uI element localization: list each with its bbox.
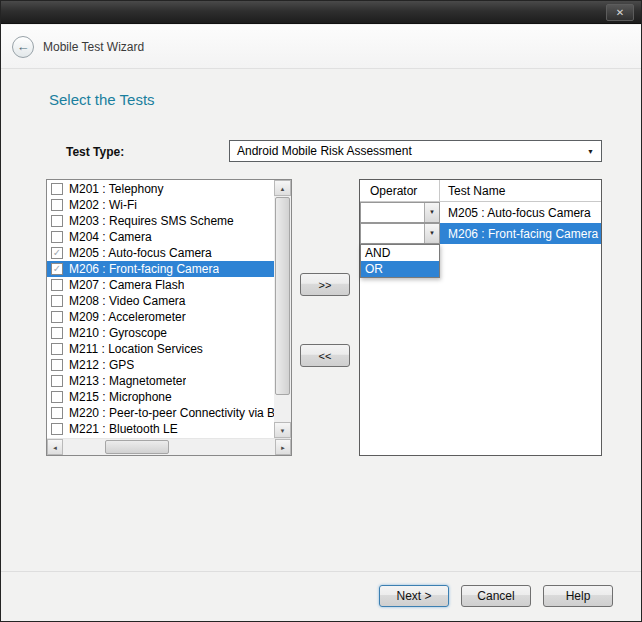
scroll-left-icon[interactable]: ◄ — [47, 439, 63, 455]
available-test-item[interactable]: M204 : Camera — [47, 229, 274, 245]
table-header: Operator Test Name — [360, 180, 601, 202]
available-test-item[interactable]: M207 : Camera Flash — [47, 277, 274, 293]
wizard-header: ← Mobile Test Wizard — [1, 25, 641, 69]
available-test-item[interactable]: M211 : Location Services — [47, 341, 274, 357]
chevron-down-icon[interactable]: ▼ — [424, 203, 439, 222]
operator-option[interactable]: OR — [361, 261, 439, 277]
available-tests-listbox: M201 : TelephonyM202 : Wi-FiM203 : Requi… — [46, 179, 292, 456]
test-item-label: M213 : Magnetometer — [69, 373, 186, 389]
selected-test-name: M206 : Front-facing Camera — [440, 223, 601, 244]
selected-test-name: M205 : Auto-focus Camera — [440, 202, 601, 223]
test-item-label: M215 : Microphone — [69, 389, 172, 405]
checkbox-icon[interactable] — [51, 423, 63, 435]
scroll-up-icon[interactable]: ▲ — [274, 180, 291, 196]
selected-tests-table: Operator Test Name ▼M205 : Auto-focus Ca… — [359, 179, 602, 456]
test-item-label: M205 : Auto-focus Camera — [69, 245, 212, 261]
test-item-label: M210 : Gyroscope — [69, 325, 167, 341]
checkbox-icon[interactable] — [51, 199, 63, 211]
vertical-scrollbar[interactable]: ▲ ▼ — [274, 180, 291, 438]
test-item-label: M221 : Bluetooth LE — [69, 421, 178, 437]
next-button[interactable]: Next > — [379, 585, 449, 607]
test-item-label: M208 : Video Camera — [69, 293, 186, 309]
checkbox-icon[interactable] — [51, 343, 63, 355]
checkbox-icon[interactable] — [51, 327, 63, 339]
available-test-item[interactable]: M201 : Telephony — [47, 181, 274, 197]
scroll-down-icon[interactable]: ▼ — [274, 422, 291, 438]
available-test-item[interactable]: M213 : Magnetometer — [47, 373, 274, 389]
operator-combobox[interactable]: ▼ — [360, 223, 440, 244]
operator-option[interactable]: AND — [361, 245, 439, 261]
operator-combobox[interactable]: ▼ — [360, 202, 440, 223]
test-item-label: M209 : Accelerometer — [69, 309, 186, 325]
titlebar: ✕ — [1, 1, 641, 24]
chevron-down-icon[interactable]: ▼ — [424, 224, 439, 243]
checkbox-icon[interactable] — [51, 391, 63, 403]
checkbox-icon[interactable] — [51, 279, 63, 291]
selected-test-row[interactable]: ▼M205 : Auto-focus Camera — [360, 202, 601, 223]
available-test-item[interactable]: M209 : Accelerometer — [47, 309, 274, 325]
operator-column-header: Operator — [360, 180, 440, 201]
test-item-label: M201 : Telephony — [69, 181, 164, 197]
available-test-item[interactable]: M210 : Gyroscope — [47, 325, 274, 341]
test-item-label: M202 : Wi-Fi — [69, 197, 137, 213]
available-tests-list: M201 : TelephonyM202 : Wi-FiM203 : Requi… — [47, 180, 274, 438]
operator-cell: ▼ — [360, 223, 440, 244]
selected-test-row[interactable]: ▼M206 : Front-facing Camera — [360, 223, 601, 244]
close-icon: ✕ — [616, 7, 624, 18]
available-test-item[interactable]: M208 : Video Camera — [47, 293, 274, 309]
test-type-value: Android Mobile Risk Assessment — [237, 144, 412, 158]
test-item-label: M211 : Location Services — [69, 341, 203, 357]
checkbox-icon[interactable] — [51, 215, 63, 227]
scroll-right-icon[interactable]: ► — [275, 439, 291, 455]
selected-tests-rows: ▼M205 : Auto-focus Camera▼M206 : Front-f… — [360, 202, 601, 244]
vertical-scroll-thumb[interactable] — [275, 197, 290, 395]
page-heading: Select the Tests — [49, 91, 155, 108]
test-item-label: M206 : Front-facing Camera — [69, 261, 219, 277]
checkbox-checked-icon[interactable]: ✓ — [51, 263, 63, 275]
checkbox-icon[interactable] — [51, 183, 63, 195]
available-test-item[interactable]: M221 : Bluetooth LE — [47, 421, 274, 437]
close-button[interactable]: ✕ — [606, 4, 634, 21]
checkbox-icon[interactable] — [51, 295, 63, 307]
available-test-item[interactable]: M212 : GPS — [47, 357, 274, 373]
available-test-item[interactable]: M202 : Wi-Fi — [47, 197, 274, 213]
cancel-button[interactable]: Cancel — [461, 585, 531, 607]
checkbox-icon[interactable] — [51, 375, 63, 387]
checkbox-icon[interactable] — [51, 407, 63, 419]
back-arrow-icon: ← — [17, 39, 30, 54]
remove-tests-button[interactable]: << — [300, 344, 350, 367]
available-test-item[interactable]: M203 : Requires SMS Scheme — [47, 213, 274, 229]
available-test-item[interactable]: ✓M205 : Auto-focus Camera — [47, 245, 274, 261]
available-test-item[interactable]: M215 : Microphone — [47, 389, 274, 405]
checkbox-icon[interactable] — [51, 311, 63, 323]
operator-cell: ▼ — [360, 202, 440, 223]
back-button[interactable]: ← — [12, 36, 34, 58]
footer-divider — [1, 571, 641, 572]
checkbox-checked-icon[interactable]: ✓ — [51, 247, 63, 259]
horizontal-scrollbar[interactable]: ◄ ► — [47, 438, 291, 455]
test-item-label: M204 : Camera — [69, 229, 152, 245]
test-item-label: M220 : Peer-to-peer Connectivity via Blu… — [69, 405, 274, 421]
test-item-label: M212 : GPS — [69, 357, 134, 373]
add-tests-button[interactable]: >> — [300, 273, 350, 296]
checkbox-icon[interactable] — [51, 231, 63, 243]
test-name-column-header: Test Name — [440, 180, 601, 201]
test-type-dropdown[interactable]: Android Mobile Risk Assessment ▼ — [229, 140, 602, 162]
operator-dropdown-list: ANDOR — [360, 244, 440, 278]
mobile-test-wizard-window: ✕ ← Mobile Test Wizard Select the Tests … — [0, 0, 642, 622]
help-button[interactable]: Help — [543, 585, 613, 607]
available-test-item[interactable]: M220 : Peer-to-peer Connectivity via Blu… — [47, 405, 274, 421]
wizard-title: Mobile Test Wizard — [43, 40, 144, 54]
chevron-down-icon: ▼ — [587, 142, 594, 161]
test-item-label: M207 : Camera Flash — [69, 277, 184, 293]
available-test-item[interactable]: ✓M206 : Front-facing Camera — [47, 261, 274, 277]
test-item-label: M203 : Requires SMS Scheme — [69, 213, 234, 229]
checkbox-icon[interactable] — [51, 359, 63, 371]
test-type-label: Test Type: — [66, 145, 124, 159]
horizontal-scroll-thumb[interactable] — [105, 440, 169, 454]
